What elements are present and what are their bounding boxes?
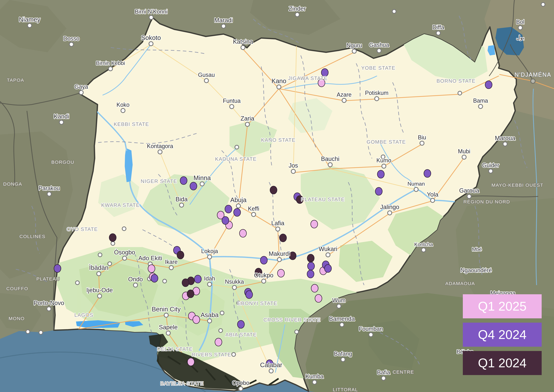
city-circle-koko xyxy=(121,108,125,113)
incident-dot-q1-2025[interactable] xyxy=(215,338,222,346)
incident-dot-q4-2024[interactable] xyxy=(377,170,384,178)
city-label-zaria: Zaria xyxy=(241,115,254,122)
city-label-guider: Guider xyxy=(482,162,499,168)
state-label-kebbi-state: KEBBI STATE xyxy=(114,121,149,127)
incident-dot-q1-2025[interactable] xyxy=(240,229,246,237)
city-circle-wum xyxy=(337,304,341,308)
incident-dot-q4-2024[interactable] xyxy=(246,291,253,299)
city-label-abuja: Abuja xyxy=(230,196,247,203)
town-circle-15 xyxy=(76,281,79,285)
incident-dot-q4-2024[interactable] xyxy=(237,320,244,328)
region-label-collines: COLLINES xyxy=(20,234,45,239)
incident-dot-q4-2024[interactable] xyxy=(375,187,382,195)
city-label-jalingo: Jalingo xyxy=(380,204,399,210)
incident-dot-q4-2024[interactable] xyxy=(225,205,232,213)
city-circle-bafang xyxy=(341,357,345,362)
incident-dot-q1-2024[interactable] xyxy=(270,186,277,194)
incident-dot-q1-2025[interactable] xyxy=(315,294,322,302)
incident-dot-q1-2024[interactable] xyxy=(177,251,184,259)
city-label-otukpo: Otukpo xyxy=(254,272,274,279)
incident-dot-q1-2025[interactable] xyxy=(148,265,155,273)
city-label-gaya: Gaya xyxy=(74,84,88,90)
city-circle-kontagora xyxy=(158,150,162,154)
city-label-kumo: Kumo xyxy=(376,157,391,164)
region-label-couffo: COUFFO xyxy=(6,286,28,291)
city-circle-wukari xyxy=(326,253,330,257)
incident-dot-q4-2024[interactable] xyxy=(234,209,241,216)
town-circle-8 xyxy=(295,330,298,334)
state-label-plateau-state: PLATEAU STATE xyxy=(301,196,345,202)
town-circle-14 xyxy=(122,227,126,231)
city-label-birnin-kebbi: Birnin Kebbi xyxy=(96,60,125,66)
incident-dot-q4-2024[interactable] xyxy=(325,265,332,273)
city-circle-makurdi xyxy=(277,258,281,262)
city-label-asaba: Asaba xyxy=(201,311,219,318)
city-circle-asaba xyxy=(208,319,212,323)
incident-dot-q1-2024[interactable] xyxy=(307,254,314,262)
incident-dot-q1-2024[interactable] xyxy=(289,252,296,260)
incident-dot-q4-2024[interactable] xyxy=(485,81,492,89)
incident-dot-q4-2024[interactable] xyxy=(180,177,187,184)
incident-dot-q4-2024[interactable] xyxy=(308,262,314,270)
region-label-mayo-kebbi-ouest: MAYO-KEBBI OUEST xyxy=(492,182,543,188)
city-label-potiskum: Potiskum xyxy=(365,90,388,96)
incident-dot-q4-2024[interactable] xyxy=(424,169,431,177)
city-circle-zinder xyxy=(295,13,299,17)
incident-dot-q4-2024[interactable] xyxy=(194,275,201,283)
city-circle-zaria xyxy=(245,122,249,126)
incident-dot-q4-2024[interactable] xyxy=(151,274,158,282)
town-circle-18 xyxy=(232,353,235,356)
city-circle-ndjamena xyxy=(531,79,535,83)
city-label-biu: Biu xyxy=(418,134,426,141)
city-circle-ijebu-ode xyxy=(97,294,102,298)
state-label-jigawa-state: JIGAWA STATE xyxy=(288,75,328,81)
state-label-bayelsa-state: BAYELSA STATE xyxy=(160,381,204,386)
city-circle-gaya xyxy=(79,91,83,95)
incident-dot-q1-2025[interactable] xyxy=(193,316,200,324)
incident-dot-q1-2025[interactable] xyxy=(187,358,194,366)
incident-dot-q1-2025[interactable] xyxy=(311,284,318,292)
incident-dot-q1-2024[interactable] xyxy=(182,279,189,287)
legend-label-q1-2024: Q1 2024 xyxy=(478,356,527,370)
state-label-borno-state: BORNO STATE xyxy=(436,78,476,84)
incident-dot-q1-2024[interactable] xyxy=(279,234,286,242)
town-circle-11 xyxy=(111,242,115,245)
legend-item-q4-2024: Q4 2024 xyxy=(463,323,542,347)
city-label-birni-n-konni: Birni N'Konni xyxy=(135,8,168,15)
city-label-bafang: Bafang xyxy=(334,350,352,357)
region-label-borgou: BORGOU xyxy=(51,160,74,165)
city-circle-maroua xyxy=(503,142,507,146)
city-label-parakou: Parakou xyxy=(39,185,60,191)
city-label-jos: Jos xyxy=(289,162,298,169)
city-circle-mubi xyxy=(462,155,466,159)
incident-dot-q4-2024[interactable] xyxy=(307,270,314,278)
city-label-dosso: Dosso xyxy=(63,35,79,42)
city-label-azare: Azare xyxy=(337,91,352,98)
city-circle-otukpo xyxy=(262,279,266,283)
town-circle-1 xyxy=(235,145,239,149)
state-label-lagos: LAGOS xyxy=(74,312,93,318)
city-label-porto-novo: Porto-Novo xyxy=(34,300,64,306)
city-label-mb-: Mbé xyxy=(472,246,482,252)
incident-dot-q1-2024[interactable] xyxy=(109,234,116,242)
city-circle-kano xyxy=(277,85,281,89)
city-label-ijebu-ode: Ijebu-Ode xyxy=(86,287,113,294)
incident-dot-q4-2024[interactable] xyxy=(260,256,267,264)
state-label-rivers-state: RIVERS STATE xyxy=(192,352,231,357)
city-circle-lafia xyxy=(276,227,280,231)
incident-dot-q4-2024[interactable] xyxy=(54,265,61,273)
state-label-kaduna-state: KADUNA STATE xyxy=(215,156,257,162)
city-label-foumban: Foumban xyxy=(359,326,383,332)
incident-dot-q4-2024[interactable] xyxy=(190,182,197,190)
city-circle-bauchi xyxy=(328,163,332,167)
city-circle-gusau xyxy=(204,78,208,83)
city-label-funtua: Funtua xyxy=(223,98,241,104)
city-label-kandi: Kandi xyxy=(54,113,69,120)
incident-dot-q4-2024[interactable] xyxy=(222,217,229,224)
incident-dot-q1-2024[interactable] xyxy=(187,290,194,298)
incident-dot-q1-2025[interactable] xyxy=(311,220,318,228)
incident-dot-q1-2025[interactable] xyxy=(277,269,284,277)
state-label-niger-state: NIGER STATE xyxy=(141,178,177,184)
city-circle-keffi xyxy=(251,212,256,217)
city-label-garoua: Garoua xyxy=(459,187,479,194)
